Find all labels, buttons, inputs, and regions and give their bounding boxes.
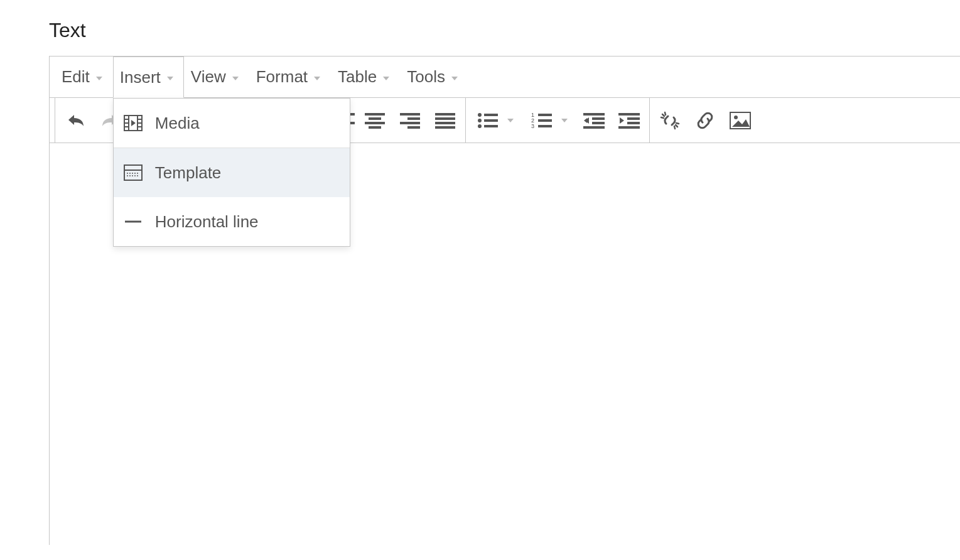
menu-label: Table: [338, 67, 377, 87]
svg-line-57: [676, 125, 677, 127]
svg-rect-40: [538, 119, 552, 122]
outdent-icon: [583, 112, 605, 129]
svg-rect-28: [435, 117, 455, 120]
insert-horizontal-line[interactable]: Horizontal line: [114, 197, 350, 246]
svg-rect-19: [365, 113, 385, 116]
menu-label: Tools: [407, 67, 445, 87]
dropdown-item-label: Template: [155, 163, 222, 183]
svg-line-59: [676, 123, 679, 124]
menu-insert[interactable]: Insert: [113, 57, 184, 98]
media-icon: [124, 115, 143, 131]
dropdown-item-label: Media: [155, 114, 200, 133]
svg-rect-27: [435, 113, 455, 116]
menubar: Edit Insert: [50, 57, 960, 98]
align-center-icon: [365, 112, 385, 129]
menu-tools[interactable]: Tools: [400, 57, 468, 97]
align-justify-icon: [435, 112, 455, 129]
menu-view[interactable]: View: [184, 57, 249, 97]
svg-line-55: [665, 112, 666, 115]
svg-rect-29: [435, 122, 455, 124]
insert-dropdown: Media Template: [113, 98, 350, 247]
align-right-icon: [400, 112, 420, 129]
svg-rect-21: [365, 122, 385, 124]
chevron-down-icon: [507, 119, 514, 122]
svg-rect-30: [435, 126, 455, 129]
insert-template[interactable]: Template: [114, 148, 350, 197]
chevron-down-icon: [561, 119, 568, 122]
menu-label: Insert: [120, 68, 161, 87]
outdent-button[interactable]: [576, 98, 612, 143]
svg-rect-20: [369, 117, 381, 120]
svg-marker-53: [620, 117, 624, 124]
svg-point-61: [734, 116, 738, 119]
svg-rect-44: [592, 117, 605, 120]
template-icon: [124, 164, 143, 181]
number-list-button[interactable]: 1 2 3: [522, 98, 576, 143]
toolbar-separator: [55, 98, 55, 143]
insert-media[interactable]: Media: [114, 99, 350, 148]
menu-table[interactable]: Table: [331, 57, 400, 97]
svg-text:3: 3: [531, 123, 534, 129]
bullet-list-icon: [477, 112, 499, 129]
menu-label: Format: [256, 67, 308, 87]
toolbar-separator: [649, 98, 650, 143]
svg-rect-26: [407, 126, 420, 129]
chevron-down-icon: [96, 77, 102, 80]
svg-rect-49: [618, 113, 640, 116]
chevron-down-icon: [451, 77, 458, 80]
bullet-list-button[interactable]: [468, 98, 522, 143]
indent-button[interactable]: [612, 98, 647, 143]
svg-rect-22: [369, 126, 381, 129]
unlink-icon: [659, 110, 681, 131]
svg-rect-38: [538, 114, 552, 116]
svg-rect-50: [627, 117, 640, 120]
menu-format[interactable]: Format: [249, 57, 331, 97]
svg-rect-52: [618, 126, 640, 129]
number-list-icon: 1 2 3: [531, 112, 553, 129]
svg-rect-51: [627, 122, 640, 124]
link-button[interactable]: [688, 98, 723, 143]
page-title: Text: [49, 19, 960, 42]
svg-rect-23: [400, 113, 420, 116]
svg-point-35: [478, 124, 482, 128]
svg-marker-62: [732, 119, 750, 127]
svg-point-31: [478, 113, 482, 117]
svg-rect-24: [407, 117, 420, 120]
svg-rect-43: [583, 113, 605, 116]
svg-line-56: [661, 117, 664, 118]
svg-point-33: [478, 119, 482, 122]
undo-icon: [65, 111, 86, 130]
chevron-down-icon: [232, 77, 239, 80]
chevron-down-icon: [167, 77, 173, 80]
svg-rect-42: [538, 125, 552, 127]
svg-line-58: [674, 126, 675, 129]
chevron-down-icon: [314, 77, 320, 80]
svg-marker-9: [131, 120, 136, 126]
svg-rect-25: [400, 122, 420, 124]
indent-icon: [618, 112, 640, 129]
image-icon: [730, 112, 751, 129]
align-center-button[interactable]: [357, 98, 392, 143]
undo-button[interactable]: [58, 98, 93, 143]
svg-rect-36: [484, 125, 498, 127]
chevron-down-icon: [383, 77, 389, 80]
toolbar-separator: [465, 98, 466, 143]
svg-rect-45: [592, 122, 605, 124]
horizontal-line-icon: [124, 213, 143, 230]
image-button[interactable]: [723, 98, 758, 143]
svg-rect-10: [124, 165, 142, 180]
align-justify-button[interactable]: [428, 98, 463, 143]
menu-edit[interactable]: Edit: [55, 57, 113, 97]
svg-rect-32: [484, 114, 498, 116]
align-right-button[interactable]: [392, 98, 428, 143]
menu-label: View: [191, 67, 226, 87]
unlink-button[interactable]: [652, 98, 688, 143]
editor: Edit Insert: [49, 56, 960, 545]
menu-label: Edit: [62, 67, 90, 87]
link-icon: [694, 110, 716, 131]
svg-rect-46: [583, 126, 605, 129]
svg-rect-34: [484, 119, 498, 122]
dropdown-item-label: Horizontal line: [155, 212, 259, 232]
svg-line-54: [662, 114, 664, 116]
